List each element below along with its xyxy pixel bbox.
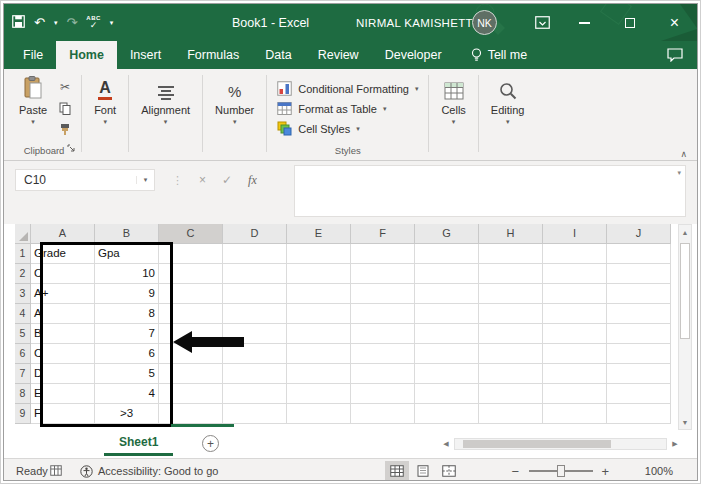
- cell-G8[interactable]: [415, 384, 479, 404]
- cancel-entry-button[interactable]: ×: [199, 173, 206, 187]
- row-header-4[interactable]: 4: [15, 304, 31, 324]
- alignment-menu-button[interactable]: Alignment ▾: [134, 71, 197, 144]
- zoom-in-button[interactable]: +: [601, 459, 609, 481]
- cell-H7[interactable]: [479, 364, 543, 384]
- tab-home[interactable]: Home: [56, 41, 117, 69]
- cell-H5[interactable]: [479, 324, 543, 344]
- name-box-dropdown-icon[interactable]: ▾: [136, 176, 154, 184]
- cell-E3[interactable]: [287, 284, 351, 304]
- spelling-button[interactable]: ABC ✓: [86, 15, 101, 30]
- confirm-entry-button[interactable]: ✓: [222, 173, 232, 187]
- column-header-H[interactable]: H: [479, 224, 543, 244]
- cell-E1[interactable]: [287, 244, 351, 264]
- tab-insert[interactable]: Insert: [117, 41, 174, 69]
- cell-J3[interactable]: [607, 284, 671, 304]
- cell-A5[interactable]: B: [31, 324, 95, 344]
- cell-F9[interactable]: [351, 404, 415, 424]
- paste-button[interactable]: Paste ▾: [12, 71, 54, 144]
- cell-B4[interactable]: 8: [95, 304, 159, 324]
- sheet-tab-sheet1[interactable]: Sheet1: [104, 430, 173, 456]
- new-sheet-button[interactable]: +: [202, 435, 219, 452]
- cell-D1[interactable]: [223, 244, 287, 264]
- cell-A9[interactable]: F: [31, 404, 95, 424]
- ribbon-display-options-button[interactable]: [535, 15, 550, 33]
- normal-view-button[interactable]: [385, 461, 409, 481]
- cell-H8[interactable]: [479, 384, 543, 404]
- cell-J6[interactable]: [607, 344, 671, 364]
- cell-F1[interactable]: [351, 244, 415, 264]
- column-header-F[interactable]: F: [351, 224, 415, 244]
- cell-B9[interactable]: >3: [95, 404, 159, 424]
- formula-bar-resize-handle[interactable]: ⋮: [172, 174, 183, 187]
- format-painter-button[interactable]: [54, 121, 76, 137]
- cell-H4[interactable]: [479, 304, 543, 324]
- cell-A1[interactable]: Grade: [31, 244, 95, 264]
- cell-A6[interactable]: C: [31, 344, 95, 364]
- cell-E8[interactable]: [287, 384, 351, 404]
- save-button[interactable]: [12, 15, 25, 30]
- cell-H1[interactable]: [479, 244, 543, 264]
- cell-H9[interactable]: [479, 404, 543, 424]
- select-all-button[interactable]: [15, 224, 31, 244]
- cell-A2[interactable]: O: [31, 264, 95, 284]
- cell-H6[interactable]: [479, 344, 543, 364]
- accessibility-status[interactable]: Accessibility: Good to go: [80, 459, 218, 481]
- cell-G3[interactable]: [415, 284, 479, 304]
- number-menu-button[interactable]: % Number ▾: [208, 71, 261, 144]
- scroll-down-button[interactable]: ▼: [679, 415, 691, 429]
- cell-A7[interactable]: D: [31, 364, 95, 384]
- horizontal-scroll-track[interactable]: [454, 438, 667, 450]
- tab-formulas[interactable]: Formulas: [174, 41, 252, 69]
- cell-C4[interactable]: [159, 304, 223, 324]
- column-header-J[interactable]: J: [607, 224, 671, 244]
- conditional-formatting-button[interactable]: Conditional Formatting ▾: [274, 79, 421, 98]
- cell-J7[interactable]: [607, 364, 671, 384]
- tab-data[interactable]: Data: [252, 41, 304, 69]
- cell-J4[interactable]: [607, 304, 671, 324]
- row-header-6[interactable]: 6: [15, 344, 31, 364]
- row-header-7[interactable]: 7: [15, 364, 31, 384]
- cell-G1[interactable]: [415, 244, 479, 264]
- row-header-9[interactable]: 9: [15, 404, 31, 424]
- cell-D9[interactable]: [223, 404, 287, 424]
- cell-G2[interactable]: [415, 264, 479, 284]
- cell-J1[interactable]: [607, 244, 671, 264]
- row-header-8[interactable]: 8: [15, 384, 31, 404]
- column-header-I[interactable]: I: [543, 224, 607, 244]
- cell-D4[interactable]: [223, 304, 287, 324]
- cell-F6[interactable]: [351, 344, 415, 364]
- name-box[interactable]: C10 ▾: [15, 169, 155, 191]
- cell-F3[interactable]: [351, 284, 415, 304]
- avatar[interactable]: NK: [472, 10, 497, 35]
- cell-E7[interactable]: [287, 364, 351, 384]
- undo-dropdown[interactable]: ▾: [54, 19, 58, 26]
- horizontal-scroll-thumb[interactable]: [463, 440, 611, 448]
- cell-G7[interactable]: [415, 364, 479, 384]
- vertical-scrollbar[interactable]: ▲ ▼: [678, 224, 692, 430]
- copy-button[interactable]: [54, 100, 76, 116]
- cell-B5[interactable]: 7: [95, 324, 159, 344]
- maximize-button[interactable]: [607, 4, 652, 41]
- cell-B1[interactable]: Gpa: [95, 244, 159, 264]
- cell-D3[interactable]: [223, 284, 287, 304]
- page-layout-view-button[interactable]: [411, 461, 435, 481]
- vertical-scroll-thumb[interactable]: [680, 243, 690, 339]
- cell-I2[interactable]: [543, 264, 607, 284]
- formula-input[interactable]: ▾: [294, 165, 686, 217]
- cell-A8[interactable]: E: [31, 384, 95, 404]
- cell-E6[interactable]: [287, 344, 351, 364]
- cell-F5[interactable]: [351, 324, 415, 344]
- format-as-table-button[interactable]: Format as Table ▾: [274, 99, 421, 118]
- tab-file[interactable]: File: [10, 41, 56, 69]
- column-header-G[interactable]: G: [415, 224, 479, 244]
- column-header-B[interactable]: B: [95, 224, 159, 244]
- cell-C2[interactable]: [159, 264, 223, 284]
- cell-D8[interactable]: [223, 384, 287, 404]
- row-header-5[interactable]: 5: [15, 324, 31, 344]
- close-button[interactable]: ×: [652, 4, 697, 41]
- cell-C1[interactable]: [159, 244, 223, 264]
- scroll-right-button[interactable]: ▶: [669, 440, 681, 448]
- tell-me-button[interactable]: Tell me: [471, 41, 528, 69]
- cell-H2[interactable]: [479, 264, 543, 284]
- cell-I3[interactable]: [543, 284, 607, 304]
